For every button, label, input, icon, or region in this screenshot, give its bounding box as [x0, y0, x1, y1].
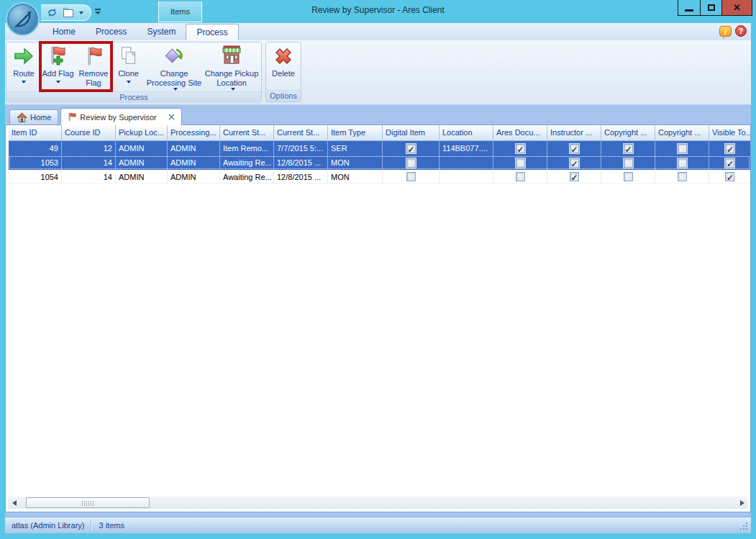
remove-flag-label: Remove Flag — [76, 69, 111, 88]
cell-copyright-1 — [601, 155, 655, 170]
add-flag-button[interactable]: Add Flag — [41, 43, 75, 91]
cell-current-status: Item Remo... — [220, 141, 274, 155]
cell-location: 114BB077.... — [440, 141, 493, 155]
ares-document-checkbox[interactable] — [516, 144, 525, 153]
delete-button[interactable]: Delete — [268, 43, 299, 89]
visible-to-checkbox[interactable] — [725, 144, 734, 153]
digital-item-checkbox[interactable] — [406, 158, 416, 168]
copyright-checkbox[interactable] — [624, 172, 633, 181]
column-header-copyright-2[interactable]: Copyright ... — [655, 125, 709, 141]
column-header-course-id[interactable]: Course ID — [62, 125, 116, 141]
visible-to-checkbox[interactable] — [725, 158, 734, 168]
digital-item-checkbox[interactable] — [406, 144, 416, 153]
cell-current-status-date: 7/7/2015 5:... — [274, 141, 328, 155]
ribbon-tab-process[interactable]: Process — [86, 23, 137, 40]
application-menu-button[interactable] — [6, 2, 40, 36]
grid-row-49[interactable]: 49 12 ADMIN ADMIN Item Remo... 7/7/2015 … — [9, 141, 750, 155]
copyright-checkbox[interactable] — [678, 144, 687, 153]
cell-current-status-date: 12/8/2015 ... — [274, 155, 328, 170]
cell-current-status: Awaiting Re... — [220, 155, 274, 170]
cell-digital-item — [383, 141, 440, 155]
scrollbar-track[interactable] — [20, 497, 736, 509]
column-header-current-status[interactable]: Current St... — [220, 125, 274, 141]
help-icon[interactable]: ? — [735, 25, 747, 37]
copyright-checkbox[interactable] — [678, 158, 687, 168]
instructor-checkbox[interactable] — [570, 172, 579, 181]
column-header-current-status-date[interactable]: Current St... — [274, 125, 328, 141]
column-header-processing-site[interactable]: Processing... — [168, 125, 220, 141]
new-item-dropdown-icon[interactable] — [79, 12, 83, 14]
ribbon-tab-home[interactable]: Home — [42, 23, 86, 40]
maximize-button[interactable] — [700, 0, 721, 15]
copyright-checkbox[interactable] — [624, 144, 633, 153]
scrollbar-thumb[interactable] — [26, 497, 150, 508]
cell-location — [440, 155, 493, 170]
clone-icon — [117, 45, 140, 68]
document-tab-review-by-supervisor[interactable]: Review by Supervisor — [60, 108, 181, 125]
tab-close-icon[interactable] — [168, 114, 175, 120]
close-button[interactable] — [721, 0, 752, 15]
document-tab-home[interactable]: Home — [9, 109, 58, 124]
column-header-item-type[interactable]: Item Type — [328, 125, 383, 141]
cell-item-id: 1053 — [9, 155, 62, 170]
column-header-ares-document[interactable]: Ares Docu... — [493, 125, 547, 141]
column-header-digital-item[interactable]: Digital Item — [383, 125, 440, 141]
remove-flag-button[interactable]: Remove Flag — [76, 43, 111, 91]
grid-row-1053[interactable]: 1053 14 ADMIN ADMIN Awaiting Re... 12/8/… — [9, 155, 750, 170]
copyright-checkbox[interactable] — [624, 158, 633, 168]
column-header-item-id[interactable]: Item ID — [9, 125, 62, 141]
document-tab-strip: Home Review by Supervisor — [5, 105, 751, 124]
instructor-checkbox[interactable] — [570, 158, 579, 168]
qat-customize-icon[interactable] — [94, 7, 102, 17]
column-header-copyright-1[interactable]: Copyright ... — [601, 125, 655, 141]
copyright-checkbox[interactable] — [678, 172, 687, 181]
delete-icon — [272, 45, 295, 68]
cell-pickup-location: ADMIN — [116, 155, 168, 170]
change-processing-site-label: Change Processing Site — [146, 69, 202, 88]
sync-icon[interactable] — [47, 7, 58, 18]
column-header-instructor[interactable]: Instructor ... — [547, 125, 601, 141]
change-pickup-location-button[interactable]: Change Pickup Location — [204, 43, 260, 91]
column-header-visible-to[interactable]: Visible To... — [709, 125, 750, 141]
column-header-pickup-location[interactable]: Pickup Loc... — [116, 125, 168, 141]
ribbon: Route Add Flag — [5, 40, 751, 105]
add-flag-icon — [47, 45, 70, 68]
red-flag-icon — [68, 112, 77, 122]
route-button[interactable]: Route — [8, 43, 40, 91]
cell-instructor — [547, 141, 601, 155]
ares-document-checkbox[interactable] — [516, 158, 525, 168]
scrollbar-grip-icon — [82, 501, 94, 506]
visible-to-checkbox[interactable] — [725, 172, 734, 181]
quick-access-toolbar — [41, 4, 91, 21]
dropdown-arrow-icon — [231, 88, 235, 91]
resize-grip[interactable] — [746, 528, 747, 530]
new-item-icon[interactable] — [63, 7, 74, 18]
bow-and-arrow-icon — [12, 9, 34, 30]
scroll-left-icon[interactable] — [8, 497, 20, 509]
cell-current-status-date: 12/8/2015 ... — [274, 170, 328, 184]
ribbon-tab-bar: Home Process System Process i ? — [5, 23, 751, 40]
cell-visible-to — [709, 141, 750, 155]
cell-copyright-1 — [601, 141, 655, 155]
instructor-checkbox[interactable] — [570, 144, 579, 153]
column-header-location[interactable]: Location — [440, 125, 493, 141]
horizontal-scrollbar[interactable] — [8, 497, 748, 509]
ribbon-tab-system[interactable]: System — [137, 23, 186, 40]
minimize-button[interactable] — [678, 0, 700, 15]
cell-item-type: SER — [328, 141, 383, 155]
ares-document-checkbox[interactable] — [516, 172, 525, 181]
route-icon — [12, 45, 35, 68]
remove-flag-icon — [82, 45, 105, 68]
digital-item-checkbox[interactable] — [406, 172, 416, 181]
dropdown-arrow-icon — [173, 88, 178, 91]
grid-row-1054[interactable]: 1054 14 ADMIN ADMIN Awaiting Re... 12/8/… — [9, 170, 750, 184]
cell-pickup-location: ADMIN — [116, 170, 168, 184]
info-bubble-icon[interactable]: i — [719, 26, 732, 37]
scroll-right-icon[interactable] — [736, 497, 748, 509]
clone-button[interactable]: Clone — [112, 43, 145, 91]
cell-copyright-1 — [601, 170, 655, 184]
ribbon-group-process: Route Add Flag — [6, 42, 262, 102]
ribbon-tab-process-contextual[interactable]: Process — [186, 24, 238, 40]
cell-item-type: MON — [328, 155, 383, 170]
change-processing-site-button[interactable]: Change Processing Site — [146, 43, 202, 91]
